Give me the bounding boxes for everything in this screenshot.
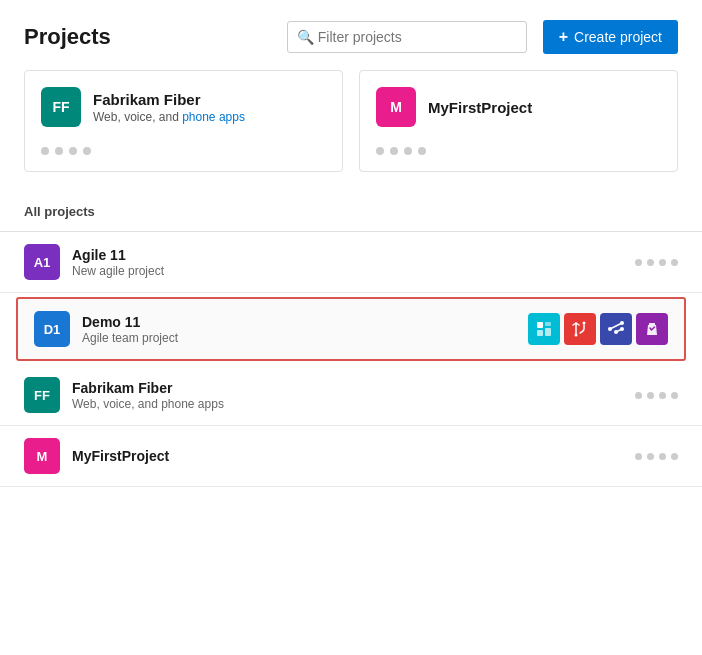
card-header-fabrikam: FF Fabrikam Fiber Web, voice, and phone … (41, 87, 326, 127)
list-row-myfirstproject[interactable]: M MyFirstProject (0, 426, 702, 487)
list-project-desc-demo11: Agile team project (82, 331, 528, 345)
icon-group-demo11 (528, 313, 668, 345)
dot (418, 147, 426, 155)
list-dots-agile11 (635, 259, 678, 266)
list-info-demo11: Demo 11 Agile team project (82, 314, 528, 345)
list-dots-myfirst (635, 453, 678, 460)
svg-rect-0 (537, 322, 543, 328)
avatar-demo11: D1 (34, 311, 70, 347)
list-project-name-demo11: Demo 11 (82, 314, 528, 330)
dot (635, 259, 642, 266)
list-right-myfirst (635, 453, 678, 460)
page-title: Projects (24, 24, 111, 50)
svg-rect-1 (537, 330, 543, 336)
dot (671, 392, 678, 399)
dot (83, 147, 91, 155)
dot (635, 453, 642, 460)
create-button-label: Create project (574, 29, 662, 45)
filter-input-wrap: 🔍 (287, 21, 527, 53)
list-project-name-agile11: Agile 11 (72, 247, 635, 263)
list-row-fabrikam[interactable]: FF Fabrikam Fiber Web, voice, and phone … (0, 365, 702, 426)
list-right-fabrikam (635, 392, 678, 399)
project-desc-fabrikam: Web, voice, and phone apps (93, 110, 245, 124)
svg-point-9 (620, 327, 624, 331)
avatar-myfirst-list: M (24, 438, 60, 474)
recent-projects-section: FF Fabrikam Fiber Web, voice, and phone … (0, 70, 702, 196)
list-dots-fabrikam (635, 392, 678, 399)
avatar-agile11: A1 (24, 244, 60, 280)
project-card-fabrikam[interactable]: FF Fabrikam Fiber Web, voice, and phone … (24, 70, 343, 172)
all-projects-list: A1 Agile 11 New agile project D1 Demo 11… (0, 232, 702, 487)
list-project-name-myfirst: MyFirstProject (72, 448, 635, 464)
desc-highlight: phone apps (182, 110, 245, 124)
card-info-myfirst: MyFirstProject (428, 99, 532, 116)
list-right-agile11 (635, 259, 678, 266)
list-row-agile11[interactable]: A1 Agile 11 New agile project (0, 232, 702, 293)
filter-input[interactable] (287, 21, 527, 53)
dot (41, 147, 49, 155)
dot (55, 147, 63, 155)
card-header-myfirst: M MyFirstProject (376, 87, 661, 127)
card-info-fabrikam: Fabrikam Fiber Web, voice, and phone app… (93, 91, 245, 124)
svg-point-4 (575, 334, 578, 337)
dot (659, 259, 666, 266)
list-info-fabrikam: Fabrikam Fiber Web, voice, and phone app… (72, 380, 635, 411)
pipelines-icon (600, 313, 632, 345)
project-name-fabrikam: Fabrikam Fiber (93, 91, 245, 108)
testplans-icon (636, 313, 668, 345)
avatar-myfirst: M (376, 87, 416, 127)
avatar-fabrikam: FF (41, 87, 81, 127)
dot (671, 259, 678, 266)
page-header: Projects 🔍 + Create project (0, 0, 702, 70)
svg-point-7 (620, 321, 624, 325)
dot (659, 453, 666, 460)
list-info-agile11: Agile 11 New agile project (72, 247, 635, 278)
boards-icon (528, 313, 560, 345)
project-name-myfirst: MyFirstProject (428, 99, 532, 116)
dot (69, 147, 77, 155)
list-project-desc-agile11: New agile project (72, 264, 635, 278)
list-project-desc-fabrikam: Web, voice, and phone apps (72, 397, 635, 411)
dot (404, 147, 412, 155)
dot (390, 147, 398, 155)
dot (635, 392, 642, 399)
project-card-myfirstproject[interactable]: M MyFirstProject (359, 70, 678, 172)
avatar-fabrikam-list: FF (24, 377, 60, 413)
svg-point-6 (608, 327, 612, 331)
svg-rect-2 (545, 322, 551, 326)
repos-icon (564, 313, 596, 345)
search-icon: 🔍 (297, 29, 314, 45)
dot (647, 392, 654, 399)
plus-icon: + (559, 28, 568, 46)
all-projects-label: All projects (0, 196, 702, 231)
list-project-name-fabrikam: Fabrikam Fiber (72, 380, 635, 396)
dot (376, 147, 384, 155)
svg-point-5 (583, 322, 586, 325)
dot (647, 453, 654, 460)
dot (671, 453, 678, 460)
list-right-demo11 (528, 313, 668, 345)
dot (647, 259, 654, 266)
create-project-button[interactable]: + Create project (543, 20, 678, 54)
dot (659, 392, 666, 399)
card-dots-fabrikam (41, 139, 326, 155)
list-row-demo11[interactable]: D1 Demo 11 Agile team project (16, 297, 686, 361)
list-info-myfirst: MyFirstProject (72, 448, 635, 465)
svg-rect-3 (545, 328, 551, 336)
card-dots-myfirst (376, 139, 661, 155)
svg-point-8 (614, 330, 618, 334)
